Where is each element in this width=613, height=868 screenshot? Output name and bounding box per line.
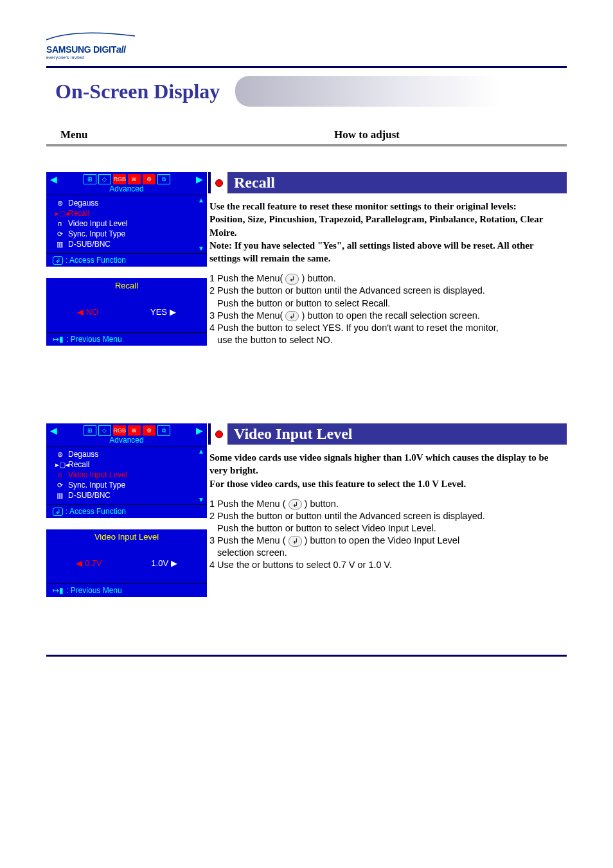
feature-title: Recall bbox=[227, 172, 567, 193]
size-icon: ◇ bbox=[98, 174, 111, 184]
osd-footer-prev: ↦▮ : Previous Menu bbox=[46, 332, 207, 346]
logo-brand: SAMSUNG DIGITall bbox=[46, 44, 126, 55]
rgb-icon: RGB bbox=[113, 425, 126, 436]
arrow-left-icon: ◀ bbox=[50, 425, 57, 436]
osd-footer-access: ↲ : Access Function bbox=[46, 253, 207, 267]
degauss-icon: ⊛ bbox=[55, 449, 64, 459]
osd-icon-row: ◀ ⊞ ◇ RGB Ｗ ⚙ ⧉ ▶ bbox=[46, 172, 207, 184]
info-icon: ⧉ bbox=[157, 425, 170, 436]
osd-panel-advanced-recall: ◀ ⊞ ◇ RGB Ｗ ⚙ ⧉ ▶ Advanced ▲ ⊛Degauss ▸▢ bbox=[46, 172, 207, 267]
osd-item-sync-type: Sync. Input Type bbox=[68, 229, 125, 239]
osd-item-recall: Recall bbox=[68, 208, 89, 218]
osd-item-dsub-bnc: D-SUB/BNC bbox=[68, 239, 111, 249]
osd-menu-list: ▲ ⊛Degauss ▸▢◂Recall ᴨVideo Input Level … bbox=[46, 195, 207, 253]
osd-item-dsub-bnc: D-SUB/BNC bbox=[68, 490, 111, 500]
scroll-up-icon: ▲ bbox=[198, 448, 204, 455]
dsub-bnc-icon: ▥ bbox=[55, 490, 64, 500]
title-bar: On-Screen Display bbox=[46, 76, 567, 107]
osd-item-degauss: Degauss bbox=[68, 449, 98, 459]
scroll-down-icon: ▼ bbox=[198, 496, 204, 503]
video-level-icon: ᴨ bbox=[55, 470, 64, 480]
recall-description: Use the recall feature to reset these mo… bbox=[208, 196, 567, 272]
arrow-right-icon: ▶ bbox=[196, 425, 203, 436]
osd-category-label: Advanced bbox=[46, 184, 207, 195]
osd-item-video-input: Video Input Level bbox=[68, 218, 128, 229]
vil-steps: 1Push the Menu ( ↲ ) button. 2Push the b… bbox=[208, 498, 567, 572]
osd-vil-options: ◀ 0.7V 1.0V ▶ bbox=[46, 543, 207, 583]
page: SAMSUNG DIGITall everyone's invited On-S… bbox=[0, 0, 613, 682]
osd-item-degauss: Degauss bbox=[68, 198, 98, 208]
enter-key-icon: ↲ bbox=[53, 508, 63, 516]
recall-no-option: ◀ NO bbox=[77, 307, 98, 317]
recall-icon: ▸▢◂ bbox=[55, 459, 64, 470]
recall-yes-option: YES ▶ bbox=[150, 307, 176, 317]
arrow-left-icon: ◀ bbox=[50, 174, 57, 184]
feature-header-recall: Recall bbox=[208, 172, 567, 193]
logo-tagline: everyone's invited bbox=[46, 55, 567, 60]
recall-steps: 1Push the Menu( ↲ ) button. 2Push the bu… bbox=[208, 272, 567, 346]
vil-07v-option: ◀ 0.7V bbox=[76, 558, 102, 568]
degauss-icon: ⊛ bbox=[55, 198, 64, 208]
section-video-input-level: ◀ ⊞ ◇ RGB Ｗ ⚙ ⧉ ▶ Advanced ▲ ⊛Degauss ▸▢ bbox=[46, 423, 567, 597]
osd-footer-access: ↲ : Access Function bbox=[46, 504, 207, 518]
scroll-down-icon: ▼ bbox=[198, 245, 204, 252]
header-menu: Menu bbox=[60, 128, 88, 141]
recall-icon: ▸▢◂ bbox=[55, 208, 64, 218]
enter-key-icon: ↲ bbox=[289, 536, 302, 547]
osd-category-label: Advanced bbox=[46, 436, 207, 446]
enter-key-icon: ↲ bbox=[285, 274, 299, 285]
size-icon: ◇ bbox=[98, 425, 111, 436]
position-icon: ⊞ bbox=[84, 425, 96, 436]
feature-header-vil: Video Input Level bbox=[208, 423, 567, 445]
osd-footer-prev: ↦▮ : Previous Menu bbox=[46, 583, 207, 597]
page-title: On-Screen Display bbox=[55, 80, 220, 103]
osd-sub-title: Recall bbox=[46, 278, 207, 292]
title-gradient-shape bbox=[235, 76, 567, 107]
osd-icon-row: ◀ ⊞ ◇ RGB Ｗ ⚙ ⧉ ▶ bbox=[46, 423, 207, 436]
info-icon: ⧉ bbox=[157, 174, 170, 184]
bullet-icon bbox=[215, 179, 223, 187]
top-divider bbox=[46, 66, 567, 68]
bottom-divider bbox=[46, 655, 567, 657]
osd-panel-vil-select: Video Input Level ◀ 0.7V 1.0V ▶ ↦▮ : Pre… bbox=[46, 529, 207, 597]
rgb-icon: RGB bbox=[113, 174, 126, 184]
osd-item-sync-type: Sync. Input Type bbox=[68, 480, 125, 490]
sync-type-icon: ⟳ bbox=[55, 480, 64, 490]
osd-item-video-input: Video Input Level bbox=[68, 470, 128, 480]
exit-key-icon: ↦▮ bbox=[53, 335, 64, 344]
osd-panel-advanced-vil: ◀ ⊞ ◇ RGB Ｗ ⚙ ⧉ ▶ Advanced ▲ ⊛Degauss ▸▢ bbox=[46, 423, 207, 518]
screen-icon: Ｗ bbox=[128, 174, 141, 184]
bullet-icon bbox=[215, 430, 223, 438]
osd-menu-list: ▲ ⊛Degauss ▸▢◂Recall ᴨVideo Input Level … bbox=[46, 446, 207, 504]
osd-item-recall: Recall bbox=[68, 459, 89, 470]
vil-description: Some video cards use video signals highe… bbox=[208, 447, 567, 498]
enter-key-icon: ↲ bbox=[53, 256, 63, 265]
section-recall: ◀ ⊞ ◇ RGB Ｗ ⚙ ⧉ ▶ Advanced ▲ ⊛Degauss ▸▢ bbox=[46, 172, 567, 346]
arrow-right-icon: ▶ bbox=[196, 174, 203, 184]
enter-key-icon: ↲ bbox=[289, 499, 302, 510]
osd-sub-title: Video Input Level bbox=[46, 529, 207, 543]
scroll-up-icon: ▲ bbox=[198, 197, 204, 204]
feature-title: Video Input Level bbox=[227, 423, 567, 445]
enter-key-icon: ↲ bbox=[285, 311, 299, 322]
osd-panel-recall-confirm: Recall ◀ NO YES ▶ ↦▮ : Previous Menu bbox=[46, 278, 207, 346]
column-headers: Menu How to adjust bbox=[46, 126, 567, 146]
osd-recall-options: ◀ NO YES ▶ bbox=[46, 292, 207, 332]
advanced-icon: ⚙ bbox=[143, 174, 155, 184]
vil-10v-option: 1.0V ▶ bbox=[151, 558, 177, 568]
screen-icon: Ｗ bbox=[128, 425, 141, 436]
header-how: How to adjust bbox=[334, 128, 400, 141]
advanced-icon: ⚙ bbox=[143, 425, 155, 436]
exit-key-icon: ↦▮ bbox=[53, 586, 64, 595]
brand-logo: SAMSUNG DIGITall everyone's invited bbox=[46, 32, 567, 60]
video-level-icon: ᴨ bbox=[55, 218, 64, 229]
logo-swoosh-icon bbox=[46, 32, 136, 41]
position-icon: ⊞ bbox=[84, 174, 96, 184]
dsub-bnc-icon: ▥ bbox=[55, 239, 64, 249]
sync-type-icon: ⟳ bbox=[55, 229, 64, 239]
